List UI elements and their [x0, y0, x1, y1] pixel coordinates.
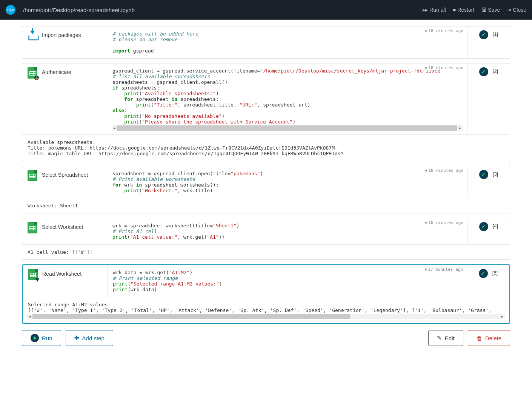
exec-count: [2]: [493, 67, 498, 74]
fast-forward-icon: ▸▸: [423, 7, 428, 13]
app-header: mljar /home/piotr/Desktop/read-spreadshe…: [0, 0, 532, 20]
close-button[interactable]: ⇥ Close: [507, 7, 526, 13]
exec-count: [1]: [493, 30, 498, 37]
file-path: /home/piotr/Desktop/read-spreadsheet.ipy…: [23, 7, 423, 13]
horizontal-scrollbar[interactable]: ◀▶: [112, 125, 463, 131]
save-icon: 🖫: [481, 7, 486, 13]
exit-icon: ⇥: [507, 7, 511, 13]
cell-output: A1 cell value: [['#']]: [22, 244, 510, 259]
horizontal-scrollbar[interactable]: ◀▶: [27, 314, 505, 319]
sheet-download-icon: [27, 269, 38, 280]
run-all-button[interactable]: ▸▸ Run all: [423, 7, 446, 13]
cell-output: Available spreadsheets: Title: pokemons …: [22, 134, 510, 161]
success-check-icon: ✓: [479, 170, 488, 179]
delete-button[interactable]: 🗑 Delete: [468, 330, 510, 346]
time-badge: 18 minutes ago: [423, 28, 463, 33]
success-check-icon: ✓: [479, 30, 488, 39]
code-editor[interactable]: 18 minutes agogspread_client = gspread.s…: [107, 63, 467, 134]
success-check-icon: ✓: [479, 222, 488, 231]
cell-authenticate[interactable]: 🔒 Authenticate 18 minutes agogspread_cli…: [22, 63, 510, 161]
run-button[interactable]: Run: [22, 330, 61, 346]
code-editor[interactable]: 17 minutes agowrk_data = wrk.get("A1:M2"…: [108, 265, 467, 297]
save-button[interactable]: 🖫 Save: [481, 7, 500, 13]
sheet-icon: [27, 170, 38, 181]
code-editor[interactable]: 18 minutes ago# packages will be added h…: [107, 26, 467, 58]
mljar-logo: mljar: [6, 5, 15, 15]
trash-icon: 🗑: [477, 335, 482, 341]
sheet-grid-icon: [27, 222, 38, 233]
success-check-icon: ✓: [479, 67, 488, 76]
cell-title: Select Worksheet: [42, 222, 83, 230]
cell-title: Import packages: [42, 30, 81, 38]
code-editor[interactable]: 18 minutes agospreadsheet = gspread_clie…: [107, 166, 467, 198]
cell-output: Selected range A1:M2 values: [['#', 'Nam…: [23, 297, 509, 323]
time-badge: 18 minutes ago: [423, 65, 463, 70]
add-step-button[interactable]: ✚ Add step: [66, 330, 113, 346]
cell-output: Worksheet: Sheet1: [22, 198, 510, 213]
edit-icon: ✎: [437, 335, 442, 341]
exec-count: [5]: [492, 269, 498, 276]
cell-title: Authenticate: [42, 67, 71, 75]
exec-count: [3]: [493, 170, 498, 177]
plus-icon: ✚: [74, 335, 79, 341]
stop-icon: ■: [453, 7, 456, 13]
time-badge: 17 minutes ago: [423, 267, 463, 272]
cell-title: Read Worksheet: [42, 269, 81, 277]
cell-title: Select Spreadsheet: [42, 170, 88, 178]
restart-button[interactable]: ■ Restart: [453, 7, 475, 13]
cell-select-spreadsheet[interactable]: Select Spreadsheet 18 minutes agospreads…: [22, 166, 510, 213]
footer-toolbar: Run ✚ Add step ✎ Edit 🗑 Delete: [0, 329, 532, 352]
time-badge: 18 minutes ago: [423, 168, 463, 173]
notebook-body: Import packages 18 minutes ago# packages…: [0, 20, 532, 329]
edit-button[interactable]: ✎ Edit: [428, 330, 463, 346]
cell-select-worksheet[interactable]: Select Worksheet 18 minutes agowrk = spr…: [22, 218, 510, 260]
cell-read-worksheet[interactable]: Read Worksheet 17 minutes agowrk_data = …: [22, 264, 510, 324]
time-badge: 18 minutes ago: [423, 220, 463, 225]
download-icon: [27, 30, 38, 42]
exec-count: [4]: [493, 222, 498, 229]
play-icon: [31, 334, 39, 342]
code-editor[interactable]: 18 minutes agowrk = spreadsheet.workshee…: [107, 218, 467, 244]
sheet-lock-icon: 🔒: [27, 67, 38, 79]
success-check-icon: ✓: [479, 269, 488, 278]
cell-import-packages[interactable]: Import packages 18 minutes ago# packages…: [22, 26, 510, 59]
